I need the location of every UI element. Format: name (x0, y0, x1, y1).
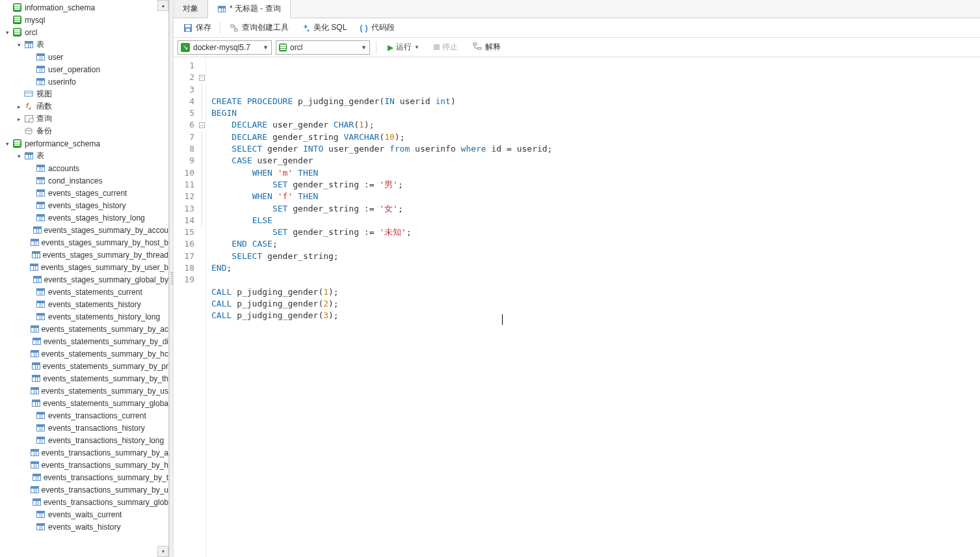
stop-icon (434, 44, 440, 50)
backup-icon (23, 126, 34, 137)
tree-item[interactable]: events_statements_summary_by_pr (0, 360, 168, 372)
tree-item[interactable]: events_transactions_summary_by_h (0, 459, 168, 471)
expand-arrow (27, 301, 34, 308)
tree-item[interactable]: events_transactions_summary_by_a (0, 446, 168, 459)
table-icon (35, 435, 46, 446)
table-icon (35, 163, 46, 174)
tree-item[interactable]: events_waits_current (0, 508, 168, 521)
connection-combo[interactable]: docker-mysql5.7 ▼ (178, 40, 272, 55)
database-icon (279, 44, 287, 51)
tab-objects[interactable]: 对象 (174, 0, 208, 18)
expand-arrow[interactable] (4, 141, 10, 147)
tree-item[interactable]: events_stages_summary_global_by (0, 273, 168, 286)
tree-label: events_waits_history (48, 523, 120, 532)
stop-label: 停止 (442, 42, 458, 53)
table-icon (31, 460, 39, 470)
tree-item[interactable]: events_transactions_history_long (0, 434, 168, 446)
tree-item[interactable]: events_statements_summary_globa (0, 397, 168, 409)
save-button[interactable]: 保存 (178, 20, 217, 35)
tree-item[interactable]: events_stages_history (0, 199, 168, 211)
code-content[interactable]: CREATE PROCEDURE p_judging_gender(IN use… (206, 57, 980, 557)
expand-arrow (27, 54, 34, 61)
tree-item[interactable]: 表 (0, 38, 168, 51)
query-icon (217, 5, 226, 14)
database-combo[interactable]: orcl ▼ (276, 40, 370, 55)
tree-item[interactable]: events_stages_summary_by_accou (0, 224, 168, 236)
tree-item[interactable]: fx函数 (0, 100, 168, 113)
table-icon (35, 287, 46, 297)
tree-label: events_transactions_summary_by_a (42, 448, 168, 457)
fold-gutter[interactable]: −− (198, 57, 206, 557)
tree-item[interactable]: events_statements_history_long (0, 310, 168, 323)
tree-item[interactable]: events_waits_history (0, 521, 168, 533)
function-icon: fx (23, 102, 34, 112)
scroll-down-button[interactable]: ▾ (157, 546, 168, 557)
explain-button[interactable]: 解释 (467, 40, 506, 55)
scroll-up-button[interactable]: ▴ (157, 0, 168, 11)
tab-query[interactable]: * 无标题 - 查询 (208, 0, 291, 18)
svg-rect-0 (25, 91, 33, 96)
tree-item[interactable]: events_statements_summary_by_us (0, 385, 168, 397)
table-icon (33, 275, 42, 285)
save-label: 保存 (196, 22, 211, 33)
tree-item[interactable]: events_stages_summary_by_user_b (0, 261, 168, 273)
run-button[interactable]: ▶ 运行 ▼ (382, 40, 425, 54)
tree-item[interactable]: events_statements_summary_by_th (0, 372, 168, 385)
tree-item[interactable]: 备份 (0, 125, 168, 137)
expand-arrow[interactable] (16, 153, 22, 159)
table-icon (35, 176, 46, 186)
expand-arrow[interactable] (4, 29, 10, 36)
database-icon (12, 3, 22, 13)
tree-item[interactable]: 视图 (0, 88, 168, 100)
tree-item[interactable]: events_transactions_current (0, 409, 168, 422)
tree-item[interactable]: events_statements_summary_by_ac (0, 323, 168, 335)
tree-label: 备份 (36, 126, 52, 137)
expand-arrow (27, 400, 31, 407)
expand-arrow[interactable] (16, 103, 22, 110)
table-icon (31, 448, 39, 458)
svg-point-1 (25, 128, 32, 131)
connection-bar: docker-mysql5.7 ▼ orcl ▼ ▶ 运行 ▼ 停止 解释 (174, 38, 980, 57)
snippet-button[interactable]: ( ) 代码段 (353, 20, 400, 35)
expand-arrow (27, 351, 29, 357)
tree-item[interactable]: events_stages_summary_by_thread (0, 249, 168, 261)
tree-item[interactable]: user (0, 51, 168, 63)
tree-item[interactable]: accounts (0, 162, 168, 174)
tree-label: events_statements_summary_by_us (42, 387, 168, 396)
tree-item[interactable]: events_transactions_summary_by_t (0, 471, 168, 483)
snippet-label: 代码段 (371, 22, 395, 33)
expand-arrow[interactable] (16, 42, 22, 48)
tree-item[interactable]: cond_instances (0, 174, 168, 187)
tree-item[interactable]: events_statements_history (0, 298, 168, 310)
tree-item[interactable]: events_stages_summary_by_host_b (0, 236, 168, 249)
table-icon (32, 398, 40, 409)
splitter[interactable] (169, 0, 174, 557)
expand-arrow (27, 66, 34, 73)
tree-item[interactable]: information_schema (0, 1, 168, 14)
tree-item[interactable]: events_transactions_summary_glob (0, 496, 168, 508)
tree-item[interactable]: orcl (0, 26, 168, 38)
tree-item[interactable]: 表 (0, 150, 168, 162)
tree-label: events_stages_history_long (48, 213, 145, 223)
tree-label: events_transactions_current (48, 411, 146, 420)
tree-item[interactable]: events_stages_current (0, 187, 168, 199)
tree-item[interactable]: events_transactions_history (0, 422, 168, 434)
query-builder-button[interactable]: 查询创建工具 (224, 20, 294, 35)
tree-label: events_stages_summary_by_host_b (42, 238, 168, 247)
sql-editor[interactable]: 12345678910111213141516171819 −− CREATE … (174, 57, 980, 557)
table-icon (35, 299, 46, 310)
tree-item[interactable]: events_statements_summary_by_di (0, 335, 168, 347)
tree-item[interactable]: 查询 (0, 113, 168, 125)
tree-item[interactable]: performance_schema (0, 137, 168, 150)
expand-arrow (27, 190, 34, 197)
tree-item[interactable]: userinfo (0, 75, 168, 88)
tree-item[interactable]: user_operation (0, 63, 168, 75)
beautify-button[interactable]: 美化 SQL (295, 20, 352, 35)
tree-item[interactable]: events_statements_summary_by_hc (0, 347, 168, 360)
tree-item[interactable]: events_transactions_summary_by_u (0, 483, 168, 496)
expand-arrow[interactable] (16, 116, 22, 122)
tree-item[interactable]: mysql (0, 14, 168, 26)
tree-item[interactable]: events_statements_current (0, 286, 168, 298)
tab-label: 对象 (183, 3, 198, 14)
tree-item[interactable]: events_stages_history_long (0, 211, 168, 224)
